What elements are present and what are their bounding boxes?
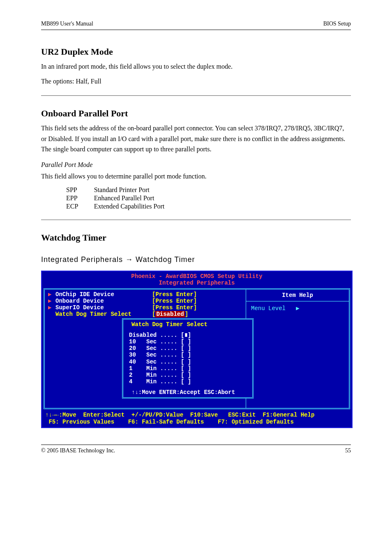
popup-option[interactable]: 2 Min ..... [ ]	[129, 372, 247, 378]
table-row: SPPStandard Printer Port	[66, 186, 165, 194]
section-body-parallel: This field sets the address of the on-bo…	[41, 123, 351, 155]
divider	[41, 95, 351, 96]
triangle-icon: ▶	[48, 304, 55, 311]
table-row: ECPExtended Capabilities Port	[66, 202, 165, 211]
divider	[41, 220, 351, 220]
footer-page-number: 55	[345, 447, 351, 454]
menu-item-onboard-device[interactable]: ▶ Onboard Device [Press Enter]	[48, 298, 242, 304]
bios-footer: ↑↓→←:Move Enter:Select +/-/PU/PD:Value F…	[42, 411, 352, 427]
section-heading-watchdog: Watchdog Timer	[41, 232, 351, 243]
popup-option[interactable]: Disabled ..... [∎]	[129, 332, 247, 338]
menu-location: Integrated Peripherals → Watchdog Timer	[41, 255, 351, 264]
popup-option[interactable]: 20 Sec ..... [ ]	[129, 345, 247, 352]
parallel-mode-table: SPPStandard Printer Port EPPEnhanced Par…	[66, 186, 165, 211]
popup-watchdog-select: Watch Dog Timer Select Disabled ..... [∎…	[122, 318, 254, 398]
popup-hint: ↑↓:Move ENTER:Accept ESC:Abort	[129, 389, 247, 396]
section-body-ur2: In an infrared port mode, this field all…	[41, 61, 351, 72]
menu-item-onchip-ide[interactable]: ▶ OnChip IDE Device [Press Enter]	[48, 291, 242, 298]
section-heading-ur2: UR2 Duplex Mode	[41, 46, 351, 57]
triangle-icon: ▶	[48, 291, 55, 298]
bios-title: Phoenix - AwardBIOS CMOS Setup Utility I…	[42, 271, 352, 287]
sub-body-parallel-mode: This field allows you to determine paral…	[41, 171, 351, 182]
triangle-icon: ▶	[48, 298, 55, 304]
bios-screenshot: Phoenix - AwardBIOS CMOS Setup Utility I…	[41, 271, 353, 428]
popup-option[interactable]: 1 Min ..... [ ]	[129, 365, 247, 372]
section-options-ur2: The options: Half, Full	[41, 76, 351, 87]
popup-option[interactable]: 30 Sec ..... [ ]	[129, 352, 247, 358]
menu-level: Menu Level ▶	[246, 301, 349, 315]
page-footer: © 2005 IBASE Technology Inc. 55	[41, 445, 351, 454]
page-header: MB899 User's Manual BIOS Setup	[41, 21, 351, 27]
header-left: MB899 User's Manual	[41, 21, 93, 27]
popup-title: Watch Dog Timer Select	[129, 321, 247, 328]
table-row: EPPEnhanced Parallel Port	[66, 194, 165, 202]
bios-menu-panel: ▶ OnChip IDE Device [Press Enter] ▶ Onbo…	[45, 290, 246, 408]
section-heading-parallel: Onboard Parallel Port	[41, 108, 351, 119]
bios-help-panel: Item Help Menu Level ▶	[246, 290, 349, 408]
popup-option[interactable]: 10 Sec ..... [ ]	[129, 338, 247, 345]
item-help-title: Item Help	[246, 290, 349, 301]
menu-item-watchdog[interactable]: Watch Dog Timer Select [Disabled]	[48, 311, 242, 317]
menu-item-superio-device[interactable]: ▶ SuperIO Device [Press Enter]	[48, 304, 242, 311]
header-right: BIOS Setup	[323, 21, 351, 27]
footer-copyright: © 2005 IBASE Technology Inc.	[41, 447, 115, 454]
triangle-icon: ▶	[296, 305, 299, 312]
popup-option[interactable]: 4 Min ..... [ ]	[129, 378, 247, 385]
sub-heading-parallel-mode: Parallel Port Mode	[41, 161, 351, 169]
popup-option[interactable]: 40 Sec ..... [ ]	[129, 359, 247, 365]
